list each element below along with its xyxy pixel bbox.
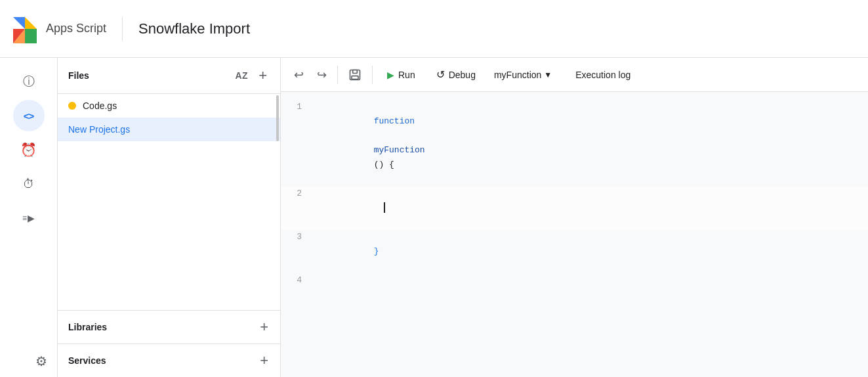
app-title: Apps Script (46, 22, 106, 35)
run-label: Run (398, 70, 415, 80)
undo-btn[interactable]: ↩ (289, 62, 309, 87)
main-layout: ⓘ <> ⏰ ⏱ ≡▶ ⚙ Files AZ + Code.gs Ne (0, 58, 868, 377)
debug-label: Debug (449, 70, 476, 80)
code-line-1: 1 function myFunction () { (281, 100, 868, 187)
sidebar-triggers-btn[interactable]: ⏰ (13, 134, 45, 166)
logo-area: Apps Script (10, 14, 106, 43)
code-line-3: 3 } (281, 230, 868, 273)
dropdown-arrow: ▼ (544, 70, 552, 79)
toolbar-divider-2 (372, 66, 373, 84)
sidebar-libraries-btn[interactable]: ≡▶ (13, 202, 45, 234)
add-library-btn[interactable]: + (258, 319, 270, 336)
save-btn[interactable] (343, 63, 367, 87)
function-call-name: myFunction (374, 145, 425, 155)
code-line-2: 2 (281, 187, 868, 230)
add-file-btn[interactable]: + (256, 66, 270, 85)
line-number-4: 4 (281, 273, 312, 288)
execution-log-label: Execution log (575, 70, 630, 80)
file-item-new-project[interactable]: New Project.gs (58, 118, 280, 141)
file-name-active: New Project.gs (68, 124, 130, 135)
toolbar: ↩ ↪ ▶ Run ↺ Debug myFunction ▼ (281, 58, 868, 92)
run-icon: ▶ (387, 70, 394, 80)
toolbar-divider-1 (337, 66, 338, 84)
file-panel-header: Files AZ + (58, 58, 280, 94)
execution-log-btn[interactable]: Execution log (566, 66, 640, 84)
libraries-section-header[interactable]: Libraries + (58, 310, 280, 344)
services-label: Services (68, 355, 106, 366)
text-cursor (384, 202, 385, 213)
line-content-1: function myFunction () { (312, 100, 425, 187)
function-name: myFunction (494, 70, 541, 80)
file-list: Code.gs New Project.gs (58, 94, 280, 310)
file-header-actions: AZ + (232, 66, 270, 85)
file-name: Code.gs (83, 100, 117, 111)
libraries-label: Libraries (68, 322, 107, 332)
editor-area: 1 function myFunction () { 2 (281, 92, 868, 377)
apps-script-logo (10, 14, 39, 43)
services-section-header[interactable]: Services + (58, 344, 280, 377)
debug-icon: ↺ (436, 68, 445, 81)
files-label: Files (68, 70, 89, 81)
scrollbar[interactable] (276, 95, 279, 141)
code-line-4: 4 (281, 273, 868, 288)
line-content-2 (312, 187, 385, 230)
line-number-2: 2 (281, 187, 312, 201)
function-selector-btn[interactable]: myFunction ▼ (487, 66, 558, 84)
sidebar-icons: ⓘ <> ⏰ ⏱ ≡▶ ⚙ (0, 58, 58, 377)
closing-brace: } (374, 246, 379, 256)
svg-rect-1 (353, 70, 358, 73)
file-item-code[interactable]: Code.gs (58, 94, 280, 118)
redo-btn[interactable]: ↪ (312, 62, 332, 87)
line-content-3: } (312, 230, 379, 273)
run-btn[interactable]: ▶ Run (378, 66, 424, 84)
debug-btn[interactable]: ↺ Debug (427, 64, 485, 85)
line-number-1: 1 (281, 100, 312, 114)
line-number-3: 3 (281, 230, 312, 244)
sidebar-settings-btn[interactable]: ⚙ (26, 345, 57, 377)
code-editor[interactable]: 1 function myFunction () { 2 (281, 92, 868, 377)
sidebar-executions-btn[interactable]: ⏱ (13, 168, 45, 200)
project-title: Snowflake Import (138, 20, 250, 37)
header: Apps Script Snowflake Import (0, 0, 868, 58)
svg-rect-2 (352, 76, 358, 79)
header-divider (122, 17, 123, 41)
sidebar-editor-btn[interactable]: <> (13, 100, 45, 131)
file-panel: Files AZ + Code.gs New Project.gs Librar… (58, 58, 281, 377)
right-area: ↩ ↪ ▶ Run ↺ Debug myFunction ▼ (281, 58, 868, 377)
keyword-function: function (374, 116, 415, 126)
sidebar-about-btn[interactable]: ⓘ (13, 66, 45, 97)
add-service-btn[interactable]: + (258, 352, 270, 369)
save-icon (348, 68, 362, 81)
sort-files-btn[interactable]: AZ (232, 68, 251, 83)
file-dot (68, 102, 76, 110)
